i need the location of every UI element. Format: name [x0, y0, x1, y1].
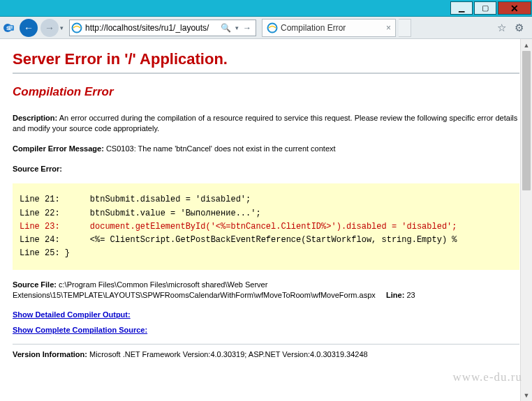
- window-close-button[interactable]: ✕: [498, 1, 531, 15]
- chevron-up-icon: ▲: [524, 42, 530, 49]
- source-file-value: c:\Program Files\Common Files\microsoft …: [13, 280, 376, 299]
- favorites-icon[interactable]: ☆: [497, 22, 506, 34]
- window-maximize-button[interactable]: ▢: [474, 1, 496, 15]
- browser-tab[interactable]: Compilation Error ×: [262, 19, 396, 37]
- cem-text: CS0103: The name 'btnCancel' does not ex…: [104, 144, 336, 153]
- cem-label: Compiler Error Message:: [13, 144, 104, 153]
- source-file-label: Source File:: [13, 280, 57, 289]
- window-minimize-button[interactable]: ▁: [450, 1, 473, 15]
- toolbar-right: ☆ ⚙: [497, 22, 529, 34]
- page-title: Server Error in '/' Application.: [13, 50, 519, 68]
- minimize-icon: ▁: [459, 3, 464, 13]
- ie-logo-icon: [71, 22, 82, 33]
- scroll-up-button[interactable]: ▲: [521, 39, 532, 51]
- version-text: Microsoft .NET Framework Version:4.0.303…: [87, 350, 368, 358]
- maximize-icon: ▢: [482, 3, 489, 13]
- scroll-thumb[interactable]: [522, 51, 531, 190]
- tab-title: Compilation Error: [281, 23, 382, 33]
- search-dropdown-icon[interactable]: ▾: [234, 24, 240, 31]
- back-arrow-icon: ←: [24, 22, 34, 33]
- nav-forward-button[interactable]: →: [40, 19, 59, 37]
- description-text: An error occurred during the compilation…: [13, 114, 517, 133]
- search-icon[interactable]: 🔍: [218, 23, 234, 33]
- forward-arrow-icon: →: [45, 22, 54, 33]
- code-line-25: Line 25: }: [20, 248, 70, 258]
- browser-nav-bar: S ← → ▾ 🔍 ▾ → Compilation Error ×: [0, 17, 532, 39]
- code-line-21: Line 21: btnSubmit.disabled = 'disabled'…: [20, 195, 251, 204]
- tab-close-button[interactable]: ×: [382, 23, 391, 33]
- description: Description: An error occurred during th…: [13, 113, 519, 134]
- chevron-down-icon: ▼: [524, 392, 530, 399]
- divider: [13, 73, 519, 74]
- sharepoint-logo-icon: S: [3, 21, 17, 35]
- code-line-24: Line 24: <%= ClientScript.GetPostBackEve…: [20, 235, 457, 245]
- line-value: 23: [404, 291, 415, 299]
- show-complete-source-link[interactable]: Show Complete Compilation Source:: [13, 326, 519, 334]
- url-input[interactable]: [85, 23, 218, 33]
- source-error-label: Source Error:: [13, 164, 519, 174]
- source-file: Source File: c:\Program Files\Common Fil…: [13, 280, 519, 301]
- code-line-22: Line 22: btnSubmit.value = 'Выполнение..…: [20, 209, 261, 218]
- nav-back-button[interactable]: ←: [20, 19, 38, 37]
- show-detailed-output-link[interactable]: Show Detailed Compiler Output:: [13, 310, 519, 319]
- description-label: Description:: [13, 114, 57, 122]
- scroll-track[interactable]: [521, 51, 532, 389]
- close-icon: ✕: [510, 3, 519, 14]
- error-heading: Compilation Error: [13, 85, 519, 99]
- page-content: Server Error in '/' Application. Compila…: [0, 39, 532, 401]
- new-tab-button[interactable]: [399, 19, 411, 37]
- go-button[interactable]: →: [240, 23, 254, 33]
- line-label: Line:: [386, 291, 404, 299]
- ie-logo-icon: [267, 22, 278, 33]
- nav-history-dropdown[interactable]: ▾: [60, 24, 64, 31]
- address-bar[interactable]: 🔍 ▾ →: [69, 20, 256, 36]
- svg-text:S: S: [6, 25, 10, 31]
- version-label: Version Information:: [13, 350, 87, 358]
- source-code-block: Line 21: btnSubmit.disabled = 'disabled'…: [13, 183, 519, 270]
- code-line-23-error: Line 23: document.getElementById('<%=btn…: [20, 222, 457, 232]
- version-information: Version Information: Microsoft .NET Fram…: [13, 350, 519, 358]
- settings-gear-icon[interactable]: ⚙: [515, 22, 524, 34]
- divider: [13, 344, 519, 345]
- window-titlebar: ▁ ▢ ✕: [0, 0, 532, 17]
- vertical-scrollbar[interactable]: ▲ ▼: [520, 39, 532, 401]
- scroll-down-button[interactable]: ▼: [521, 389, 532, 401]
- compiler-error-message: Compiler Error Message: CS0103: The name…: [13, 144, 519, 154]
